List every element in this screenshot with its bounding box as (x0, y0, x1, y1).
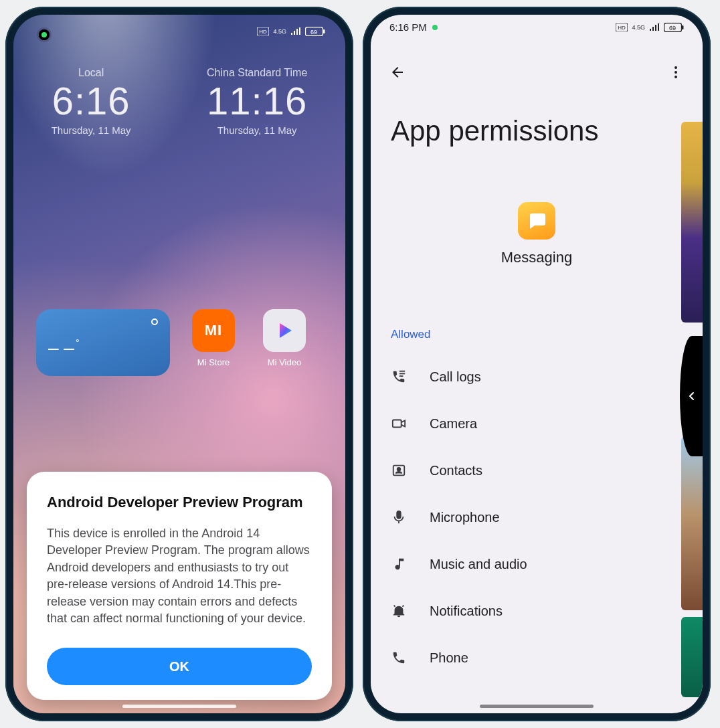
svg-point-11 (674, 66, 677, 69)
svg-point-13 (674, 76, 677, 78)
call-logs-icon (391, 369, 407, 384)
notifications-icon (391, 604, 407, 618)
perm-row-microphone[interactable]: Microphone (371, 494, 703, 541)
microphone-icon (391, 510, 407, 525)
mi-store-icon: MI (192, 309, 235, 352)
perm-label: Notifications (430, 604, 503, 619)
svg-rect-3 (323, 29, 325, 33)
weather-widget[interactable]: – – ° (36, 309, 170, 376)
battery-icon: 69 (305, 27, 325, 36)
svg-marker-5 (280, 323, 292, 338)
gesture-pill[interactable] (122, 705, 236, 708)
page-title: App permissions (391, 115, 598, 147)
contacts-icon (391, 463, 407, 478)
app-mi-video[interactable]: Mi Video (257, 309, 312, 367)
svg-rect-15 (399, 373, 405, 375)
perm-label: Call logs (430, 369, 481, 385)
svg-rect-9 (682, 25, 684, 29)
hd-icon: HD (616, 23, 628, 31)
dev-preview-dialog: Android Developer Preview Program This d… (27, 472, 332, 700)
app-header: Messaging (371, 202, 703, 266)
app-label: Mi Store (186, 357, 241, 367)
svg-rect-14 (399, 371, 405, 372)
svg-rect-20 (397, 511, 401, 519)
perm-row-contacts[interactable]: Contacts (371, 447, 703, 494)
svg-point-12 (674, 71, 677, 74)
back-button[interactable] (383, 58, 412, 87)
perm-label: Phone (430, 650, 468, 666)
network-label: 4.5G (632, 24, 645, 31)
more-button[interactable] (661, 58, 691, 87)
app-bar (383, 55, 691, 90)
ok-button[interactable]: OK (47, 648, 312, 685)
home-row: – – ° MI Mi Store Mi Video (36, 309, 323, 376)
clock-time: 6:16 (52, 82, 131, 120)
clock-label: China Standard Time (207, 67, 307, 79)
svg-rect-17 (393, 420, 401, 428)
network-label: 4.5G (273, 28, 286, 35)
perm-row-music-audio[interactable]: Music and audio (371, 541, 703, 587)
battery-icon: 69 (664, 23, 684, 32)
lockscreen-clocks: Local 6:16 Thursday, 11 May China Standa… (13, 67, 345, 136)
left-screen: HD 4.5G 69 Local 6:16 Thursday, 11 May C… (13, 15, 345, 713)
location-icon (151, 318, 158, 325)
perm-row-call-logs[interactable]: Call logs (371, 353, 703, 400)
dialog-body: This device is enrolled in the Android 1… (47, 525, 312, 628)
signal-icon (649, 23, 660, 31)
perm-label: Contacts (430, 463, 482, 478)
svg-point-19 (397, 468, 401, 471)
weather-temp: – – ° (48, 337, 158, 359)
svg-rect-16 (399, 375, 403, 377)
svg-text:HD: HD (618, 25, 626, 31)
mi-video-icon (263, 309, 306, 352)
perm-label: Music and audio (430, 557, 527, 572)
hd-icon: HD (257, 27, 269, 35)
phone-icon (391, 650, 407, 665)
gesture-pill[interactable] (480, 705, 594, 708)
status-time: 6:16 PM (389, 21, 427, 33)
temp-value: – – (48, 337, 74, 359)
right-screen: 6:16 PM HD 4.5G 69 App permissions (371, 15, 703, 713)
app-mi-store[interactable]: MI Mi Store (186, 309, 241, 367)
svg-text:HD: HD (260, 29, 268, 35)
signal-icon (290, 27, 301, 35)
perm-row-camera[interactable]: Camera (371, 400, 703, 447)
dialog-title: Android Developer Preview Program (47, 493, 312, 512)
status-bar-right: HD 4.5G 69 (257, 27, 325, 36)
permissions-list: Call logs Camera Contacts Microphone Mus… (371, 353, 703, 681)
perm-label: Microphone (430, 510, 500, 525)
edge-back-handle[interactable] (680, 336, 703, 456)
status-bar: 6:16 PM HD 4.5G 69 (389, 21, 684, 33)
degree-icon: ° (76, 337, 80, 348)
messaging-app-icon (518, 202, 555, 240)
music-icon (391, 557, 407, 571)
perm-label: Camera (430, 416, 477, 432)
clock-date: Thursday, 11 May (52, 124, 131, 136)
svg-text:69: 69 (310, 29, 317, 35)
clock-time: 11:16 (207, 82, 307, 120)
perm-row-notifications[interactable]: Notifications (371, 587, 703, 634)
svg-text:69: 69 (669, 24, 676, 31)
clock-china: China Standard Time 11:16 Thursday, 11 M… (207, 67, 307, 136)
clock-local: Local 6:16 Thursday, 11 May (52, 67, 131, 136)
app-name: Messaging (371, 249, 703, 266)
camera-active-dot (41, 32, 47, 37)
section-allowed-label: Allowed (391, 328, 431, 341)
clock-date: Thursday, 11 May (207, 124, 307, 136)
clock-label: Local (52, 67, 131, 79)
perm-row-phone[interactable]: Phone (371, 634, 703, 681)
camera-active-dot (432, 25, 438, 30)
left-phone-frame: HD 4.5G 69 Local 6:16 Thursday, 11 May C… (5, 7, 353, 721)
right-phone-frame: 6:16 PM HD 4.5G 69 App permissions (363, 7, 711, 721)
camera-icon (391, 416, 407, 431)
app-label: Mi Video (257, 357, 312, 367)
